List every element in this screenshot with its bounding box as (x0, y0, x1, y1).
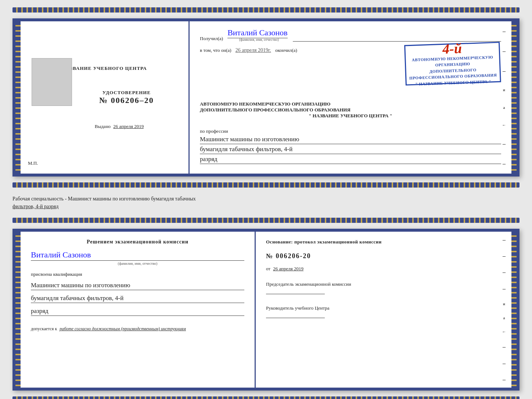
right-stripe-top (511, 21, 517, 174)
org-line3: " НАЗВАНИЕ УЧЕБНОГО ЦЕНТРА " (200, 113, 501, 119)
допускается-block: допускается к работе согласно должностны… (31, 326, 244, 332)
left-stripe-bottom (15, 232, 21, 388)
issued-date: 26 апреля 2019 (113, 124, 144, 129)
bottom-stripe-final (12, 396, 520, 399)
bottom-stripe-top (12, 182, 520, 188)
right-side-dashes-bottom: – – – – и а ← – – – (500, 232, 508, 388)
chairman-block: Председатель экзаменационной комиссии (266, 281, 501, 294)
director-block: Руководитель учебного Центра (266, 305, 501, 318)
dash-line (293, 41, 501, 42)
statement-date: 26 апреля 2019г. (236, 47, 271, 53)
qual-line2: бумагидля табачных фильтров, 4-й (31, 295, 244, 303)
qual-line1: Машинист машины по изготовлению (31, 282, 244, 290)
right-side-dashes-top: – – – и а ← – – (500, 21, 508, 174)
cert-right-panel: Получил(а) Виталий Сазонов (фамилия, имя… (190, 21, 511, 174)
stamp-block: 4-й АВТОНОМНУЮ НЕКОММЕРЧЕСКУЮ ОРГАНИЗАЦИ… (404, 42, 501, 85)
profession-line3: разряд (200, 156, 501, 164)
bottom-right-panel: Основание: протокол экзаменационной коми… (256, 232, 511, 388)
допускается-label: допускается к (31, 326, 57, 331)
osnova-label: Основание: протокол экзаменационной коми… (266, 239, 501, 245)
cert-number: № 006206–20 (99, 96, 154, 105)
profession-line1: Машинист машины по изготовлению (200, 136, 501, 144)
date-prefix: от (266, 266, 270, 271)
left-stripe-top (15, 21, 21, 174)
qualification-label: присвоена квалификация (31, 271, 244, 277)
profession-line2: бумагидля табачных фильтров, 4-й (200, 146, 501, 154)
cert-left-panel: НАЗВАНИЕ УЧЕБНОГО ЦЕНТРА УДОСТОВЕРЕНИЕ №… (21, 21, 190, 174)
received-prefix: Получил(а) (200, 36, 223, 42)
recipient-line: Получил(а) Виталий Сазонов (фамилия, имя… (200, 28, 501, 42)
statement-prefix: в том, что он(а) (200, 47, 231, 53)
between-label: Рабочая специальность - Машинист машины … (12, 193, 520, 212)
finished-label: окончил(а) (275, 47, 297, 53)
director-label: Руководитель учебного Центра (266, 305, 501, 311)
between-text1: Рабочая специальность - Машинист машины … (12, 195, 520, 203)
org-line1: АВТОНОМНУЮ НЕКОММЕРЧЕСКУЮ ОРГАНИЗАЦИЮ (200, 101, 501, 107)
top-stripe-bottom (12, 218, 520, 223)
top-stripe (12, 7, 520, 13)
photo-placeholder (32, 58, 72, 106)
date-value: 26 апреля 2019 (273, 266, 303, 271)
date-line: от 26 апреля 2019 (266, 266, 501, 272)
certificate-bottom: Решением экзаменационной комиссии Витали… (12, 229, 520, 391)
bottom-left-panel: Решением экзаменационной комиссии Витали… (21, 232, 256, 388)
mp-label: М.П. (28, 160, 38, 166)
certificate-top: НАЗВАНИЕ УЧЕБНОГО ЦЕНТРА УДОСТОВЕРЕНИЕ №… (12, 18, 520, 177)
org-line2: ДОПОЛНИТЕЛЬНОГО ПРОФЕССИОНАЛЬНОГО ОБРАЗО… (200, 107, 501, 113)
training-center-label: НАЗВАНИЕ УЧЕБНОГО ЦЕНТРА (62, 65, 147, 71)
chairman-label: Председатель экзаменационной комиссии (266, 281, 501, 287)
profession-block: по профессии Машинист машины по изготовл… (200, 128, 501, 164)
org-block: АВТОНОМНУЮ НЕКОММЕРЧЕСКУЮ ОРГАНИЗАЦИЮ ДО… (200, 101, 501, 119)
between-text2: фильтров, 4-й разряд (12, 203, 520, 210)
director-signature-line (266, 318, 325, 318)
protocol-number: № 006206-20 (266, 252, 501, 260)
issued-prefix: Выдано (95, 124, 111, 129)
certificate-label: УДОСТОВЕРЕНИЕ (99, 90, 154, 96)
person-block: Виталий Сазонов (фамилия, имя, отчество) (31, 248, 244, 266)
stamp-number: 4-й (442, 41, 462, 56)
cert-number-block: УДОСТОВЕРЕНИЕ № 006206–20 (99, 90, 154, 105)
person-subtitle: (фамилия, имя, отчество) (31, 261, 244, 266)
commission-title: Решением экзаменационной комиссии (31, 239, 244, 245)
допускается-value: работе согласно должностным (производств… (60, 326, 186, 331)
issued-line: Выдано 26 апреля 2019 (95, 124, 144, 129)
qual-line3: разряд (31, 307, 244, 316)
recipient-name: Виталий Сазонов (227, 28, 287, 38)
right-stripe-bottom (511, 232, 517, 388)
person-name-large: Виталий Сазонов (31, 250, 244, 261)
profession-prefix: по профессии (200, 128, 228, 134)
chairman-signature-line (266, 294, 325, 294)
